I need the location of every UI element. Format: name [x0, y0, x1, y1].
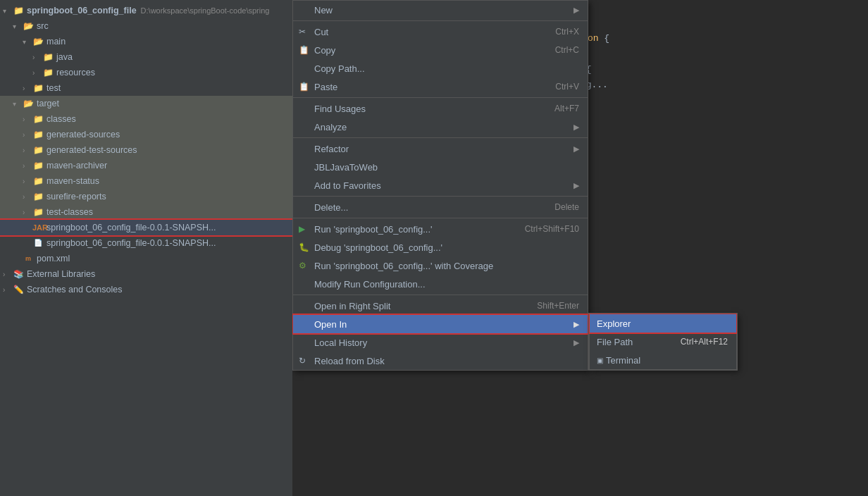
tree-item-test-classes[interactable]: › 📁 test-classes	[0, 204, 292, 220]
ext-libs-icon: 📚	[13, 268, 24, 280]
explorer-label: Explorer	[597, 318, 631, 329]
menu-item-analyze[interactable]: Analyze ▶	[293, 118, 588, 136]
tree-item-target[interactable]: ▾ 📂 target	[0, 96, 292, 111]
external-libraries-label: External Libraries	[27, 269, 95, 279]
submenu-item-file-path[interactable]: File Path Ctrl+Alt+F12	[590, 333, 736, 351]
tree-item-generated-test-sources[interactable]: › 📁 generated-test-sources	[0, 142, 292, 158]
local-history-arrow: ▶	[574, 338, 579, 347]
maven-archiver-icon: 📁	[32, 160, 44, 171]
project-icon: 📁	[13, 5, 24, 16]
menu-item-paste[interactable]: 📋 Paste Ctrl+V	[293, 78, 588, 96]
tree-item-project-root[interactable]: ▾ 📁 springboot_06_config_file D:\workspa…	[0, 3, 292, 18]
tree-item-maven-status[interactable]: › 📁 maven-status	[0, 173, 292, 189]
menu-item-modify-run[interactable]: Modify Run Configuration...	[293, 275, 588, 293]
scratches-label: Scratches and Consoles	[27, 285, 123, 294]
tree-item-external-libraries[interactable]: › 📚 External Libraries	[0, 266, 292, 282]
tree-item-jar2[interactable]: 📄 springboot_06_config_file-0.0.1-SNAPSH…	[0, 235, 292, 251]
reload-label: Reload from Disk	[314, 356, 385, 366]
menu-item-copy-path[interactable]: Copy Path...	[293, 59, 588, 78]
sep1	[293, 20, 588, 21]
tree-item-maven-archiver[interactable]: › 📁 maven-archiver	[0, 158, 292, 173]
menu-item-jbl[interactable]: JBLJavaToWeb	[293, 158, 588, 176]
tree-item-src[interactable]: ▾ 📂 src	[0, 18, 292, 34]
submenu-item-explorer[interactable]: Explorer	[590, 314, 736, 333]
cut-icon: ✂	[299, 27, 306, 37]
menu-item-local-history[interactable]: Local History ▶	[293, 333, 588, 352]
open-in-label: Open In	[314, 319, 347, 330]
copy-label: Copy	[314, 45, 335, 56]
main-label: main	[46, 37, 66, 46]
test-classes-label: test-classes	[46, 207, 93, 217]
maven-status-icon: 📁	[32, 175, 44, 187]
menu-item-delete[interactable]: Delete... Delete	[293, 198, 588, 216]
menu-item-find-usages[interactable]: Find Usages Alt+F7	[293, 99, 588, 118]
tree-item-test[interactable]: › 📁 test	[0, 80, 292, 96]
new-submenu-arrow: ▶	[574, 6, 579, 15]
menu-item-add-favorites[interactable]: Add to Favorites ▶	[293, 176, 588, 194]
tree-item-generated-sources[interactable]: › 📁 generated-sources	[0, 127, 292, 142]
analyze-label: Analyze	[314, 122, 347, 132]
tree-item-resources[interactable]: › 📁 resources	[0, 65, 292, 80]
maven-archiver-label: maven-archiver	[46, 161, 107, 170]
file-path-label: File Path	[597, 337, 633, 347]
tree-item-java[interactable]: › 📁 java	[0, 49, 292, 65]
java-label: java	[56, 52, 73, 62]
refactor-arrow: ▶	[574, 144, 579, 154]
find-usages-shortcut: Alt+F7	[554, 104, 579, 113]
copy-shortcut: Ctrl+C	[555, 45, 579, 55]
sep5	[293, 218, 588, 218]
reload-icon: ↻	[299, 356, 306, 366]
sep4	[293, 196, 588, 197]
menu-item-open-right-split[interactable]: Open in Right Split Shift+Enter	[293, 297, 588, 315]
cut-label: Cut	[314, 27, 328, 37]
jar2-icon: 📄	[32, 237, 44, 249]
menu-item-copy[interactable]: 📋 Copy Ctrl+C	[293, 41, 588, 59]
target-folder-icon: 📂	[23, 98, 34, 109]
test-label: test	[46, 83, 61, 93]
terminal-label: Terminal	[606, 355, 640, 366]
file-tree: ▾ 📁 springboot_06_config_file D:\workspa…	[0, 0, 292, 496]
menu-item-reload[interactable]: ↻ Reload from Disk	[293, 352, 588, 370]
tree-item-surefire-reports[interactable]: › 📁 surefire-reports	[0, 189, 292, 204]
tree-item-pom[interactable]: m pom.xml	[0, 251, 292, 266]
add-favorites-label: Add to Favorites	[314, 180, 381, 191]
tree-item-jar1[interactable]: JAR springboot_06_config_file-0.0.1-SNAP…	[0, 220, 292, 235]
menu-item-open-in[interactable]: Open In ▶ Explorer File Path Ctrl+Alt+F1…	[293, 315, 588, 333]
modify-run-label: Modify Run Configuration...	[314, 279, 426, 290]
run-shortcut: Ctrl+Shift+F10	[525, 224, 579, 234]
tree-item-classes[interactable]: › 📁 classes	[0, 111, 292, 127]
menu-item-run[interactable]: ▶ Run 'springboot_06_config...' Ctrl+Shi…	[293, 220, 588, 238]
open-in-submenu: Explorer File Path Ctrl+Alt+F12 ▣ Termin…	[589, 314, 737, 370]
local-history-label: Local History	[314, 337, 367, 348]
tree-item-main[interactable]: ▾ 📂 main	[0, 34, 292, 49]
open-right-split-shortcut: Shift+Enter	[537, 301, 579, 311]
test-classes-icon: 📁	[32, 206, 44, 218]
resources-label: resources	[56, 68, 95, 78]
sep2	[293, 97, 588, 98]
menu-item-cut[interactable]: ✂ Cut Ctrl+X	[293, 23, 588, 41]
context-menu: New ▶ ✂ Cut Ctrl+X 📋 Copy Ctrl+C Copy Pa…	[292, 0, 588, 371]
surefire-reports-label: surefire-reports	[46, 192, 106, 202]
menu-item-run-coverage[interactable]: ⚙ Run 'springboot_06_config...' with Cov…	[293, 256, 588, 275]
menu-item-debug[interactable]: 🐛 Debug 'springboot_06_config...'	[293, 238, 588, 256]
src-folder-icon: 📂	[23, 20, 34, 32]
classes-folder-icon: 📁	[32, 113, 44, 125]
debug-label: Debug 'springboot_06_config...'	[314, 242, 442, 253]
open-in-arrow: ▶	[574, 320, 579, 329]
menu-item-new[interactable]: New ▶	[293, 1, 588, 19]
menu-item-refactor[interactable]: Refactor ▶	[293, 140, 588, 158]
paste-icon: 📋	[299, 82, 309, 92]
pom-label: pom.xml	[37, 254, 70, 264]
run-menu-icon: ▶	[299, 224, 305, 234]
paste-shortcut: Ctrl+V	[555, 82, 579, 92]
open-right-split-label: Open in Right Split	[314, 301, 390, 311]
file-path-shortcut: Ctrl+Alt+F12	[681, 337, 728, 347]
tree-item-scratches[interactable]: › ✏️ Scratches and Consoles	[0, 282, 292, 297]
generated-test-sources-label: generated-test-sources	[46, 145, 137, 155]
delete-shortcut: Delete	[554, 202, 579, 212]
submenu-item-terminal[interactable]: ▣ Terminal	[590, 351, 736, 369]
run-label: Run 'springboot_06_config...'	[314, 224, 433, 235]
project-path: D:\workspace\springBoot-code\spring	[141, 6, 270, 15]
sep6	[293, 294, 588, 295]
scratch-icon: ✏️	[13, 284, 24, 295]
